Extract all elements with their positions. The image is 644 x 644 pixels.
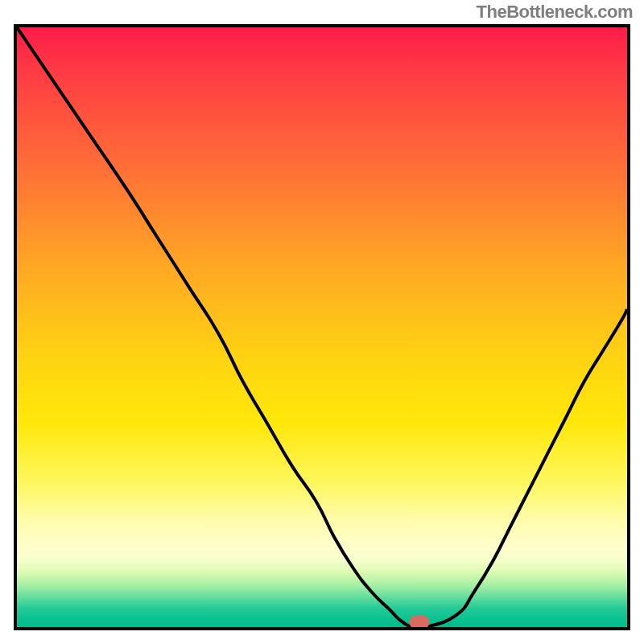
- bottleneck-curve: [17, 27, 627, 627]
- attribution-text: TheBottleneck.com: [477, 2, 633, 23]
- plot-area: [14, 24, 630, 630]
- chart-frame: TheBottleneck.com: [0, 0, 644, 644]
- min-marker: [410, 616, 430, 630]
